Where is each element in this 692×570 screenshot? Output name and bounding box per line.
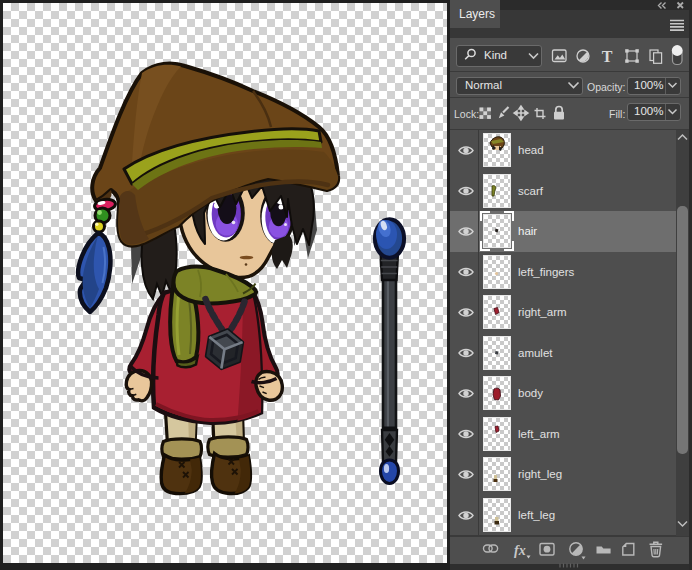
svg-text:T: T — [602, 48, 613, 65]
